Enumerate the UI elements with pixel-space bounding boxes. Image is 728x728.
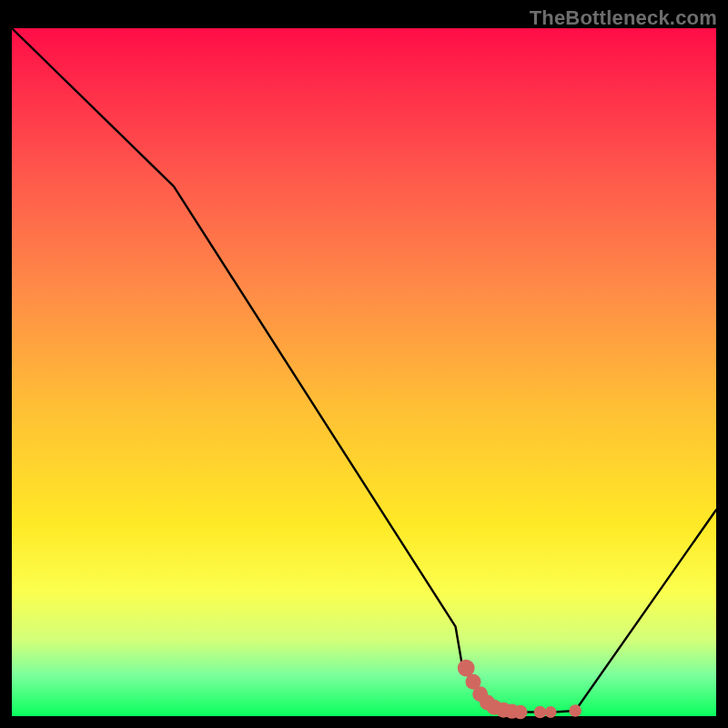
marker-j bbox=[545, 706, 557, 718]
marker-i bbox=[534, 706, 547, 719]
bottleneck-curve bbox=[12, 28, 716, 713]
marker-h bbox=[513, 705, 527, 719]
marker-a bbox=[458, 660, 475, 677]
chart-markers bbox=[458, 660, 581, 720]
chart-svg bbox=[12, 28, 716, 716]
watermark-text: TheBottleneck.com bbox=[530, 6, 717, 30]
marker-k bbox=[569, 704, 581, 717]
chart-frame bbox=[12, 28, 716, 716]
